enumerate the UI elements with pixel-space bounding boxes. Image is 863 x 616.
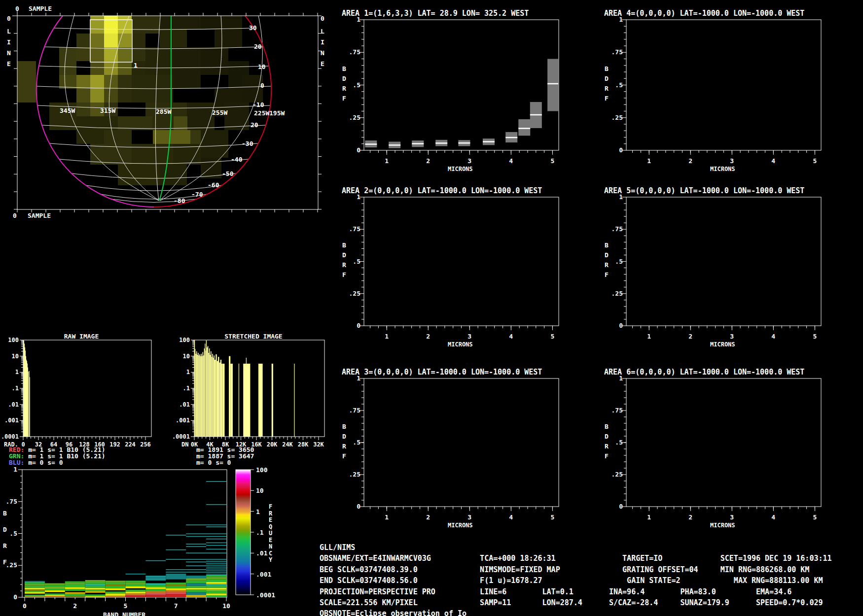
svg-text:D: D (3, 526, 7, 533)
svg-text:D: D (605, 251, 609, 259)
svg-text:2: 2 (426, 513, 430, 521)
spectrum-title: AREA 2=(0,0,0,0) LAT=-1000.0 LON=-1000.0… (342, 186, 542, 195)
histogram-panels: RAW IMAGE100101.1.01.001.000103264961281… (0, 330, 340, 473)
svg-text:1: 1 (647, 513, 651, 521)
svg-text:R: R (605, 261, 609, 269)
svg-text:D: D (605, 433, 609, 440)
svg-text:D: D (605, 75, 609, 82)
svg-text:.75: .75 (611, 407, 623, 414)
hist-bars-raw_hist (23, 341, 30, 437)
hist-title: STRETCHED IMAGE (224, 333, 282, 340)
svg-text:R: R (342, 85, 346, 92)
svg-text:1: 1 (357, 16, 360, 23)
svg-text:5: 5 (550, 157, 554, 165)
svg-text:0: 0 (619, 322, 623, 329)
svg-text:195W: 195W (269, 109, 285, 117)
svg-text:-30: -30 (242, 140, 253, 147)
svg-text:3: 3 (467, 157, 471, 165)
svg-text:.25: .25 (611, 471, 623, 478)
svg-text:F: F (3, 558, 7, 566)
svg-text:DN: DN (181, 441, 188, 448)
svg-text:.0001: .0001 (172, 433, 190, 440)
svg-text:.5: .5 (615, 258, 623, 265)
svg-text:28K: 28K (298, 441, 309, 448)
svg-text:B: B (3, 510, 7, 517)
bottom-axis-label: SAMPLE (28, 212, 51, 219)
svg-text:100: 100 (256, 466, 268, 474)
svg-text:1: 1 (647, 157, 651, 165)
svg-text:B: B (605, 65, 609, 72)
svg-text:.5: .5 (615, 439, 623, 446)
svg-text:.5: .5 (615, 81, 623, 89)
spectrum-panel-area1: AREA 1=(1,6,3,3) LAT= 28.9 LON= 325.2 WE… (295, 1, 583, 174)
svg-text:-40: -40 (231, 156, 243, 163)
svg-text:4: 4 (509, 333, 513, 340)
svg-text:24K: 24K (282, 441, 293, 448)
spectrum-panel-area2: AREA 2=(0,0,0,0) LAT=-1000.0 LON=-1000.0… (295, 178, 583, 352)
svg-text:F: F (342, 271, 346, 278)
svg-text:5: 5 (124, 602, 128, 610)
svg-text:1: 1 (256, 508, 260, 515)
svg-text:224: 224 (125, 441, 136, 448)
x-axis-label: MICRONS (710, 522, 735, 529)
svg-text:2: 2 (426, 157, 430, 165)
svg-text:10: 10 (256, 487, 264, 494)
svg-text:4: 4 (771, 157, 775, 165)
svg-text:1: 1 (619, 375, 623, 382)
svg-text:.001: .001 (256, 571, 271, 578)
svg-text:3: 3 (730, 157, 734, 165)
axes-ticks (622, 378, 815, 511)
svg-text:-10: -10 (252, 101, 264, 108)
svg-text:1: 1 (647, 333, 651, 340)
svg-text:.01: .01 (256, 549, 268, 557)
svg-text:2: 2 (73, 602, 77, 610)
svg-text:10: 10 (183, 353, 190, 360)
svg-text:100: 100 (8, 337, 19, 343)
svg-text:D: D (342, 251, 346, 259)
svg-text:4: 4 (771, 333, 775, 340)
svg-text:.1: .1 (183, 385, 190, 392)
svg-text:R: R (342, 443, 346, 450)
planet-image-panel[interactable]: 0 SAMPLE 0 0 0 SAMPLE 1 345W315W285W255W… (0, 0, 335, 246)
svg-text:2: 2 (426, 333, 430, 340)
info-line-obsnote: OBSNOTE=Eclipse observation of Io (320, 608, 832, 616)
bottom-axis-zero: 0 (13, 212, 17, 219)
svg-text:.5: .5 (353, 81, 360, 89)
svg-text:-50: -50 (222, 170, 234, 177)
x-axis-label: MICRONS (448, 522, 473, 529)
svg-text:.5: .5 (353, 258, 360, 265)
area1-marker: 1 (134, 62, 138, 69)
spectrum-panel-area4: AREA 4=(0,0,0,0) LAT=-1000.0 LON=-1000.0… (557, 1, 846, 174)
svg-text:.75: .75 (349, 48, 360, 56)
svg-text:2: 2 (688, 513, 692, 521)
svg-text:I: I (7, 38, 11, 46)
spectrum-title: AREA 5=(0,0,0,0) LAT=-1000.0 LON=-1000.0… (604, 186, 804, 195)
svg-text:20: 20 (251, 121, 258, 129)
svg-text:1: 1 (357, 375, 360, 382)
svg-text:F: F (269, 503, 272, 510)
svg-text:D: D (342, 433, 346, 440)
svg-text:.01: .01 (8, 401, 19, 408)
svg-text:L: L (7, 28, 11, 35)
svg-text:F: F (342, 95, 346, 102)
svg-text:4: 4 (771, 513, 775, 521)
svg-text:3: 3 (467, 513, 471, 521)
svg-text:10: 10 (12, 353, 19, 360)
frequency-colorbar (236, 470, 251, 595)
svg-text:0: 0 (357, 146, 360, 154)
svg-text:.25: .25 (349, 471, 360, 478)
spectrum-title: AREA 6=(0,0,0,0) LAT=-1000.0 LON=-1000.0… (604, 368, 804, 376)
svg-text:.0001: .0001 (256, 591, 275, 599)
svg-text:E: E (7, 60, 11, 68)
svg-text:F: F (605, 452, 609, 460)
svg-text:1: 1 (385, 157, 389, 165)
svg-text:.1: .1 (12, 385, 19, 392)
svg-text:2: 2 (688, 333, 692, 340)
svg-text:.01: .01 (179, 401, 190, 408)
svg-text:.25: .25 (349, 290, 360, 297)
svg-text:5: 5 (813, 513, 817, 521)
svg-text:R: R (605, 85, 609, 92)
svg-text:3: 3 (730, 513, 734, 521)
svg-text:1: 1 (13, 466, 17, 473)
svg-text:5: 5 (813, 157, 817, 165)
